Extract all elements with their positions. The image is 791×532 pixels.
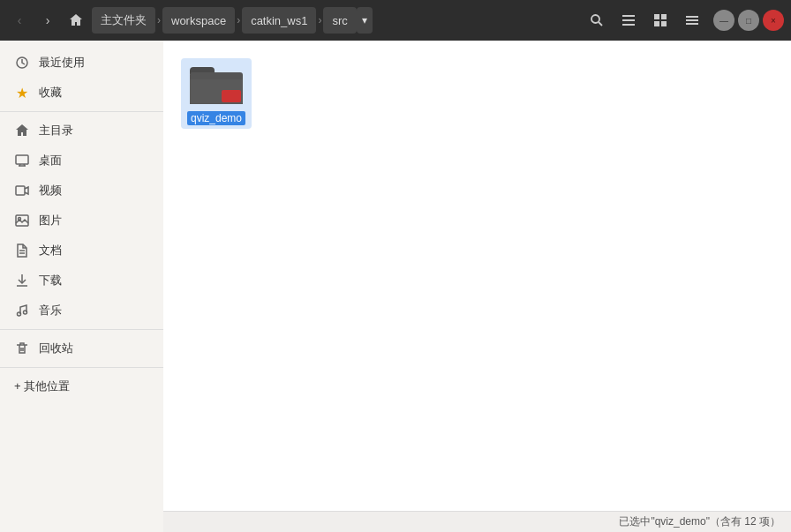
svg-rect-9 [686, 16, 698, 18]
svg-rect-7 [654, 21, 659, 26]
sidebar-label-desktop: 桌面 [39, 153, 62, 169]
sidebar-item-other-locations[interactable]: + 其他位置 [0, 371, 163, 401]
minimize-button[interactable]: — [713, 10, 734, 31]
sidebar-item-home[interactable]: 主目录 [0, 116, 163, 146]
music-icon [14, 303, 30, 318]
sidebar-item-documents[interactable]: 文档 [0, 236, 163, 266]
svg-rect-30 [222, 90, 241, 102]
svg-point-25 [24, 311, 27, 314]
svg-rect-10 [686, 19, 698, 21]
sidebar-label-favorites: 收藏 [39, 85, 62, 101]
sidebar-label-other: + 其他位置 [14, 378, 70, 394]
recent-icon [14, 55, 30, 71]
sidebar-item-favorites[interactable]: ★ 收藏 [0, 78, 163, 108]
sidebar-item-downloads[interactable]: 下载 [0, 266, 163, 296]
folder-icon [188, 62, 245, 108]
file-label-qviz-demo: qviz_demo [187, 111, 245, 125]
file-area: qviz_demo 已选中"qviz_demo"（含有 12 项） [163, 41, 791, 532]
picture-icon [14, 213, 30, 229]
home-button[interactable] [64, 8, 88, 33]
desktop-icon [14, 153, 30, 169]
downloads-icon [14, 273, 30, 288]
maximize-button[interactable]: □ [738, 10, 759, 31]
sidebar-label-downloads: 下载 [39, 273, 62, 288]
status-text: 已选中"qviz_demo"（含有 12 项） [619, 514, 780, 529]
svg-rect-6 [661, 14, 667, 19]
titlebar: ‹ › 主文件夹 › workspace › catkin_ws1 › src … [0, 0, 791, 41]
breadcrumb-workspace[interactable]: workspace [162, 7, 235, 34]
breadcrumb-home[interactable]: 主文件夹 [92, 7, 155, 34]
sidebar-label-videos: 视频 [39, 183, 62, 199]
breadcrumb-sep-3: › [316, 14, 323, 26]
video-icon [14, 183, 30, 199]
toolbar-right [583, 6, 706, 34]
sidebar-divider-1 [0, 111, 163, 112]
sidebar: 最近使用 ★ 收藏 主目录 桌面 [0, 41, 163, 532]
svg-rect-2 [622, 15, 635, 17]
breadcrumb-catkin[interactable]: catkin_ws1 [242, 7, 316, 34]
close-button[interactable]: × [763, 10, 784, 31]
sidebar-item-trash[interactable]: 回收站 [0, 333, 163, 363]
window-controls: — □ × [713, 10, 784, 31]
breadcrumb-dropdown[interactable]: ▾ [357, 7, 373, 34]
svg-rect-17 [16, 186, 25, 195]
close-icon: × [771, 16, 776, 26]
svg-rect-5 [654, 14, 659, 19]
svg-rect-8 [661, 21, 667, 26]
breadcrumb-sep-2: › [235, 14, 242, 26]
view-toggle-button[interactable] [646, 6, 674, 34]
sidebar-item-recent[interactable]: 最近使用 [0, 48, 163, 78]
view-list-button[interactable] [614, 6, 643, 34]
maximize-icon: □ [746, 16, 751, 26]
documents-icon [14, 243, 30, 259]
minimize-icon: — [719, 16, 728, 26]
nav-back-button[interactable]: ‹ [7, 8, 32, 33]
svg-rect-3 [622, 19, 635, 21]
svg-point-0 [591, 15, 599, 23]
sidebar-label-documents: 文档 [39, 243, 62, 259]
main-area: 最近使用 ★ 收藏 主目录 桌面 [0, 41, 791, 532]
trash-icon [14, 341, 30, 356]
file-item-qviz-demo[interactable]: qviz_demo [181, 58, 252, 129]
view-more-button[interactable] [678, 6, 706, 34]
sidebar-item-desktop[interactable]: 桌面 [0, 146, 163, 176]
svg-point-24 [18, 312, 21, 316]
sidebar-item-music[interactable]: 音乐 [0, 296, 163, 326]
breadcrumb: 主文件夹 › workspace › catkin_ws1 › src ▾ [92, 7, 579, 34]
sidebar-divider-3 [0, 367, 163, 368]
sidebar-label-home: 主目录 [39, 123, 73, 139]
home-icon [14, 123, 30, 139]
sidebar-label-trash: 回收站 [39, 341, 73, 356]
sidebar-item-pictures[interactable]: 图片 [0, 206, 163, 236]
sidebar-label-pictures: 图片 [39, 213, 62, 229]
folder-svg [188, 62, 245, 108]
sidebar-item-videos[interactable]: 视频 [0, 176, 163, 206]
svg-rect-4 [622, 24, 635, 26]
svg-line-1 [599, 22, 602, 26]
file-content[interactable]: qviz_demo [163, 41, 791, 511]
svg-rect-11 [686, 23, 698, 25]
statusbar: 已选中"qviz_demo"（含有 12 项） [163, 511, 791, 532]
star-icon: ★ [14, 85, 30, 101]
search-button[interactable] [583, 6, 611, 34]
svg-rect-13 [16, 155, 28, 164]
breadcrumb-src[interactable]: src [323, 7, 356, 34]
sidebar-label-music: 音乐 [39, 303, 62, 318]
sidebar-label-recent: 最近使用 [39, 55, 85, 71]
sidebar-divider-2 [0, 329, 163, 330]
chevron-down-icon: ▾ [362, 14, 367, 26]
nav-forward-button[interactable]: › [35, 8, 60, 33]
breadcrumb-sep-1: › [155, 14, 162, 26]
